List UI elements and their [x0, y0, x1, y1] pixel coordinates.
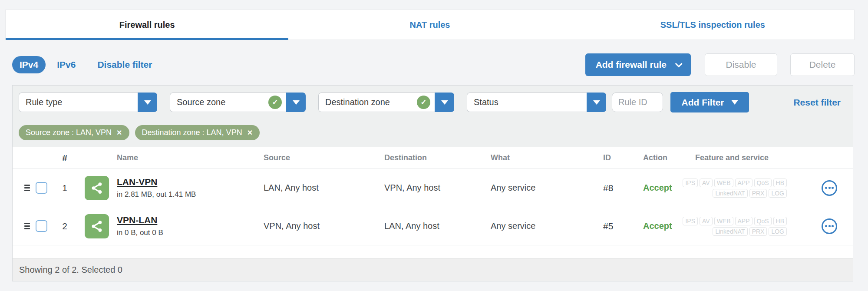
feature-badge: PRX	[749, 227, 767, 236]
feature-badge: LinkedNAT	[713, 227, 747, 236]
feature-badge: WEB	[714, 179, 733, 187]
feature-badge: AV	[700, 217, 713, 225]
filter-chip-label: Destination zone : LAN, VPN	[142, 128, 242, 137]
disable-button[interactable]: Disable	[705, 53, 777, 76]
rule-traffic-stats: in 0 B, out 0 B	[117, 228, 260, 237]
destination-zone-dropdown-button[interactable]	[435, 93, 454, 112]
feature-badge: IPS	[683, 217, 698, 225]
table-row: 2 VPN-LAN in 0 B, out 0 B VPN, Any host …	[13, 207, 853, 245]
filter-section: Rule type Source zone ✓ Destination zone…	[13, 86, 853, 147]
status-dropdown-box: Status	[467, 93, 587, 112]
feature-badge: LOG	[769, 189, 787, 198]
source-zone-dropdown-box: Source zone ✓	[170, 93, 286, 112]
chevron-down-icon	[593, 100, 600, 105]
feature-badge: APP	[735, 179, 752, 187]
rule-type-dropdown-box: Rule type	[19, 93, 138, 112]
drag-handle-icon[interactable]	[24, 223, 30, 229]
rule-name-link[interactable]: VPN-LAN	[117, 215, 260, 225]
rule-destination: VPN, Any host	[381, 183, 487, 193]
chevron-down-icon	[144, 100, 151, 105]
rule-action: Accept	[626, 221, 677, 231]
row-number: 1	[53, 183, 77, 193]
tab-ssl-tls-inspection-rules[interactable]: SSL/TLS inspection rules	[571, 10, 854, 40]
feature-badge: LinkedNAT	[713, 189, 747, 198]
rules-tabbar: Firewall rules NAT rules SSL/TLS inspect…	[5, 10, 855, 40]
header-what: What	[487, 153, 598, 162]
feature-badge: APP	[735, 217, 752, 225]
row-checkbox[interactable]	[36, 220, 47, 232]
firewall-rules-card: Rule type Source zone ✓ Destination zone…	[12, 85, 853, 281]
header-feature-and-service: Feature and service	[677, 153, 806, 162]
reset-filter-link[interactable]: Reset filter	[793, 97, 841, 108]
filter-chip-destination-zone: Destination zone : LAN, VPN ✕	[135, 125, 260, 140]
rule-destination: LAN, Any host	[381, 221, 487, 231]
chevron-down-icon	[441, 100, 448, 105]
rule-name-link[interactable]: LAN-VPN	[117, 177, 260, 187]
rule-id: #8	[598, 183, 626, 193]
filter-chip-source-zone: Source zone : LAN, VPN ✕	[19, 125, 129, 140]
header-source: Source	[260, 153, 381, 162]
drag-handle-icon[interactable]	[24, 185, 30, 191]
feature-badge: LOG	[769, 227, 787, 236]
header-num: #	[53, 153, 77, 163]
destination-zone-dropdown[interactable]: Destination zone ✓	[318, 93, 454, 112]
tab-firewall-rules[interactable]: Firewall rules	[6, 10, 288, 40]
rule-what: Any service	[487, 221, 598, 231]
rule-source: LAN, Any host	[260, 183, 381, 193]
filter-row: Rule type Source zone ✓ Destination zone…	[19, 92, 847, 112]
header-destination: Destination	[381, 153, 487, 162]
header-id: ID	[598, 153, 626, 162]
status-dropdown-label: Status	[474, 97, 582, 107]
share-network-icon	[85, 214, 109, 238]
rule-id: #5	[598, 221, 626, 231]
feature-badge: PRX	[749, 189, 767, 198]
table-footer: Showing 2 of 2. Selected 0	[13, 258, 853, 281]
rule-traffic-stats: in 2.81 MB, out 1.41 MB	[117, 190, 260, 199]
check-circle-icon: ✓	[417, 96, 430, 109]
remove-chip-icon[interactable]: ✕	[247, 129, 253, 137]
triangle-down-icon	[731, 100, 738, 105]
table-summary-text: Showing 2 of 2. Selected 0	[19, 265, 122, 275]
active-filter-chips: Source zone : LAN, VPN ✕ Destination zon…	[19, 125, 847, 140]
feature-badge: WEB	[714, 217, 733, 225]
toolbar: IPv4 IPv6 Disable filter Add firewall ru…	[12, 53, 855, 76]
ipv4-toggle[interactable]: IPv4	[12, 56, 46, 73]
filter-chip-label: Source zone : LAN, VPN	[26, 128, 112, 137]
header-action: Action	[626, 153, 677, 162]
rule-type-dropdown[interactable]: Rule type	[19, 93, 157, 112]
disable-filter-link[interactable]: Disable filter	[97, 60, 152, 70]
source-zone-dropdown[interactable]: Source zone ✓	[170, 93, 306, 112]
add-filter-label: Add Filter	[682, 97, 724, 108]
rule-type-dropdown-button[interactable]	[138, 93, 157, 112]
check-circle-icon: ✓	[268, 96, 282, 109]
row-number: 2	[53, 221, 77, 231]
source-zone-dropdown-label: Source zone	[177, 97, 268, 107]
feature-badge: HB	[773, 217, 787, 225]
table-row: 1 LAN-VPN in 2.81 MB, out 1.41 MB LAN, A…	[13, 169, 853, 207]
rule-id-input[interactable]	[612, 93, 663, 112]
remove-chip-icon[interactable]: ✕	[116, 129, 122, 137]
feature-badges: IPSAVWEBAPPQoSHB LinkedNATPRXLOG	[677, 179, 806, 198]
delete-button[interactable]: Delete	[790, 53, 855, 76]
rule-source: VPN, Any host	[260, 221, 381, 231]
feature-badges: IPSAVWEBAPPQoSHB LinkedNATPRXLOG	[677, 217, 806, 236]
chevron-down-icon	[293, 100, 300, 105]
row-menu-button[interactable]	[822, 218, 837, 234]
row-checkbox[interactable]	[36, 182, 47, 194]
ipv6-toggle[interactable]: IPv6	[57, 60, 76, 70]
feature-badge: HB	[773, 179, 787, 187]
status-dropdown[interactable]: Status	[467, 93, 606, 112]
status-dropdown-button[interactable]	[587, 93, 606, 112]
table-header-row: # Name Source Destination What ID Action…	[13, 147, 853, 169]
table-empty-space	[13, 245, 853, 258]
rule-what: Any service	[487, 183, 598, 193]
header-name: Name	[117, 153, 260, 162]
add-firewall-rule-button[interactable]: Add firewall rule	[585, 53, 691, 76]
source-zone-dropdown-button[interactable]	[286, 93, 306, 112]
add-filter-button[interactable]: Add Filter	[670, 92, 749, 112]
row-menu-button[interactable]	[822, 180, 837, 196]
rule-action: Accept	[626, 183, 677, 193]
chevron-down-icon	[675, 60, 683, 67]
tab-nat-rules[interactable]: NAT rules	[288, 10, 571, 40]
feature-badge: QoS	[754, 179, 772, 187]
